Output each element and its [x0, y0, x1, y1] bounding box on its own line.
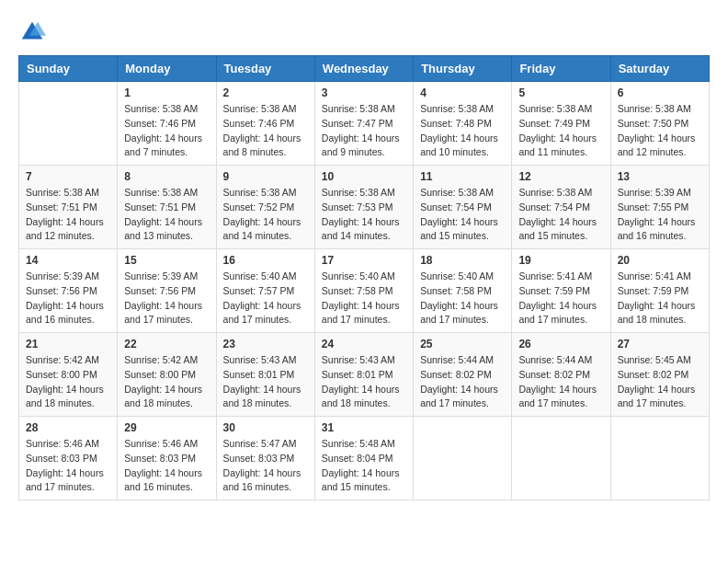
day-info: Sunrise: 5:42 AMSunset: 8:00 PMDaylight:…: [124, 353, 209, 411]
calendar-week-row: 28Sunrise: 5:46 AMSunset: 8:03 PMDayligh…: [19, 417, 710, 500]
calendar-cell: 31Sunrise: 5:48 AMSunset: 8:04 PMDayligh…: [314, 417, 413, 500]
day-number: 30: [223, 421, 308, 434]
calendar-day-header: Tuesday: [216, 56, 314, 82]
calendar-cell: 2Sunrise: 5:38 AMSunset: 7:46 PMDaylight…: [216, 82, 314, 166]
day-number: 25: [420, 338, 505, 350]
calendar-cell: 19Sunrise: 5:41 AMSunset: 7:59 PMDayligh…: [512, 249, 610, 333]
day-info: Sunrise: 5:43 AMSunset: 8:01 PMDaylight:…: [322, 353, 406, 411]
day-number: 1: [124, 86, 209, 99]
day-info: Sunrise: 5:39 AMSunset: 7:56 PMDaylight:…: [124, 270, 209, 327]
calendar-cell: 12Sunrise: 5:38 AMSunset: 7:54 PMDayligh…: [512, 166, 610, 249]
calendar-week-row: 7Sunrise: 5:38 AMSunset: 7:51 PMDaylight…: [19, 166, 710, 249]
calendar-cell: 11Sunrise: 5:38 AMSunset: 7:54 PMDayligh…: [414, 166, 512, 249]
calendar-table: SundayMondayTuesdayWednesdayThursdayFrid…: [18, 55, 710, 500]
calendar-cell: 28Sunrise: 5:46 AMSunset: 8:03 PMDayligh…: [19, 417, 118, 500]
calendar-week-row: 1Sunrise: 5:38 AMSunset: 7:46 PMDaylight…: [19, 82, 710, 166]
day-number: 22: [124, 338, 209, 350]
day-number: 2: [223, 86, 308, 99]
calendar-header-row: SundayMondayTuesdayWednesdayThursdayFrid…: [19, 56, 710, 82]
day-number: 8: [124, 170, 209, 183]
day-number: 16: [223, 254, 308, 267]
day-info: Sunrise: 5:41 AMSunset: 7:59 PMDaylight:…: [618, 270, 702, 327]
day-info: Sunrise: 5:47 AMSunset: 8:03 PMDaylight:…: [223, 437, 308, 495]
day-number: 14: [26, 254, 110, 267]
day-info: Sunrise: 5:38 AMSunset: 7:46 PMDaylight:…: [223, 102, 308, 160]
calendar-cell: 4Sunrise: 5:38 AMSunset: 7:48 PMDaylight…: [414, 82, 512, 166]
day-number: 18: [420, 254, 505, 267]
day-number: 9: [223, 170, 308, 183]
day-info: Sunrise: 5:38 AMSunset: 7:51 PMDaylight:…: [124, 186, 209, 244]
day-number: 7: [26, 170, 110, 183]
calendar-cell: [414, 417, 512, 500]
day-number: 10: [322, 170, 406, 183]
calendar-day-header: Thursday: [414, 56, 512, 82]
calendar-week-row: 21Sunrise: 5:42 AMSunset: 8:00 PMDayligh…: [19, 333, 710, 417]
calendar-week-row: 14Sunrise: 5:39 AMSunset: 7:56 PMDayligh…: [19, 249, 710, 333]
day-info: Sunrise: 5:40 AMSunset: 7:58 PMDaylight:…: [420, 270, 505, 327]
calendar-cell: [19, 82, 118, 166]
day-info: Sunrise: 5:46 AMSunset: 8:03 PMDaylight:…: [124, 437, 209, 495]
calendar-cell: 26Sunrise: 5:44 AMSunset: 8:02 PMDayligh…: [512, 333, 610, 417]
calendar-cell: 25Sunrise: 5:44 AMSunset: 8:02 PMDayligh…: [414, 333, 512, 417]
calendar-cell: [512, 417, 610, 500]
calendar-cell: 3Sunrise: 5:38 AMSunset: 7:47 PMDaylight…: [314, 82, 413, 166]
logo: [18, 18, 50, 46]
calendar-cell: 8Sunrise: 5:38 AMSunset: 7:51 PMDaylight…: [118, 166, 216, 249]
day-info: Sunrise: 5:40 AMSunset: 7:57 PMDaylight:…: [223, 270, 308, 327]
day-info: Sunrise: 5:44 AMSunset: 8:02 PMDaylight:…: [420, 353, 505, 411]
calendar-day-header: Saturday: [610, 56, 709, 82]
day-info: Sunrise: 5:38 AMSunset: 7:52 PMDaylight:…: [223, 186, 308, 244]
day-number: 21: [26, 338, 110, 350]
calendar-day-header: Sunday: [19, 56, 118, 82]
day-number: 11: [420, 170, 505, 183]
day-info: Sunrise: 5:38 AMSunset: 7:54 PMDaylight:…: [420, 186, 505, 244]
day-info: Sunrise: 5:48 AMSunset: 8:04 PMDaylight:…: [322, 437, 406, 495]
day-number: 12: [518, 170, 603, 183]
calendar-cell: 21Sunrise: 5:42 AMSunset: 8:00 PMDayligh…: [19, 333, 118, 417]
day-number: 13: [618, 170, 702, 183]
calendar-cell: 17Sunrise: 5:40 AMSunset: 7:58 PMDayligh…: [314, 249, 413, 333]
calendar-cell: 24Sunrise: 5:43 AMSunset: 8:01 PMDayligh…: [314, 333, 413, 417]
day-info: Sunrise: 5:41 AMSunset: 7:59 PMDaylight:…: [518, 270, 603, 327]
day-number: 17: [322, 254, 406, 267]
day-number: 28: [26, 421, 110, 434]
day-info: Sunrise: 5:38 AMSunset: 7:48 PMDaylight:…: [420, 102, 505, 160]
calendar-cell: 9Sunrise: 5:38 AMSunset: 7:52 PMDaylight…: [216, 166, 314, 249]
day-info: Sunrise: 5:38 AMSunset: 7:46 PMDaylight:…: [124, 102, 209, 160]
day-number: 24: [322, 338, 406, 350]
calendar-cell: [610, 417, 709, 500]
day-info: Sunrise: 5:39 AMSunset: 7:55 PMDaylight:…: [618, 186, 702, 244]
day-number: 15: [124, 254, 209, 267]
day-number: 26: [518, 338, 603, 350]
day-number: 3: [322, 86, 406, 99]
calendar-day-header: Wednesday: [314, 56, 413, 82]
day-info: Sunrise: 5:43 AMSunset: 8:01 PMDaylight:…: [223, 353, 308, 411]
calendar-cell: 15Sunrise: 5:39 AMSunset: 7:56 PMDayligh…: [118, 249, 216, 333]
calendar-cell: 16Sunrise: 5:40 AMSunset: 7:57 PMDayligh…: [216, 249, 314, 333]
day-info: Sunrise: 5:38 AMSunset: 7:54 PMDaylight:…: [518, 186, 603, 244]
day-info: Sunrise: 5:44 AMSunset: 8:02 PMDaylight:…: [518, 353, 603, 411]
calendar-cell: 23Sunrise: 5:43 AMSunset: 8:01 PMDayligh…: [216, 333, 314, 417]
calendar-cell: 13Sunrise: 5:39 AMSunset: 7:55 PMDayligh…: [610, 166, 709, 249]
day-info: Sunrise: 5:38 AMSunset: 7:51 PMDaylight:…: [26, 186, 110, 244]
day-number: 6: [618, 86, 702, 99]
day-number: 31: [322, 421, 406, 434]
day-info: Sunrise: 5:38 AMSunset: 7:53 PMDaylight:…: [322, 186, 406, 244]
calendar-day-header: Friday: [512, 56, 610, 82]
day-number: 19: [518, 254, 603, 267]
calendar-cell: 7Sunrise: 5:38 AMSunset: 7:51 PMDaylight…: [19, 166, 118, 249]
calendar-cell: 27Sunrise: 5:45 AMSunset: 8:02 PMDayligh…: [610, 333, 709, 417]
calendar-cell: 5Sunrise: 5:38 AMSunset: 7:49 PMDaylight…: [512, 82, 610, 166]
day-info: Sunrise: 5:39 AMSunset: 7:56 PMDaylight:…: [26, 270, 110, 327]
page-header: [18, 18, 710, 46]
day-info: Sunrise: 5:40 AMSunset: 7:58 PMDaylight:…: [322, 270, 406, 327]
calendar-cell: 1Sunrise: 5:38 AMSunset: 7:46 PMDaylight…: [118, 82, 216, 166]
day-info: Sunrise: 5:38 AMSunset: 7:47 PMDaylight:…: [322, 102, 406, 160]
day-info: Sunrise: 5:38 AMSunset: 7:50 PMDaylight:…: [618, 102, 702, 160]
day-info: Sunrise: 5:45 AMSunset: 8:02 PMDaylight:…: [618, 353, 702, 411]
calendar-cell: 6Sunrise: 5:38 AMSunset: 7:50 PMDaylight…: [610, 82, 709, 166]
calendar-cell: 10Sunrise: 5:38 AMSunset: 7:53 PMDayligh…: [314, 166, 413, 249]
day-number: 29: [124, 421, 209, 434]
day-number: 20: [618, 254, 702, 267]
calendar-cell: 22Sunrise: 5:42 AMSunset: 8:00 PMDayligh…: [118, 333, 216, 417]
